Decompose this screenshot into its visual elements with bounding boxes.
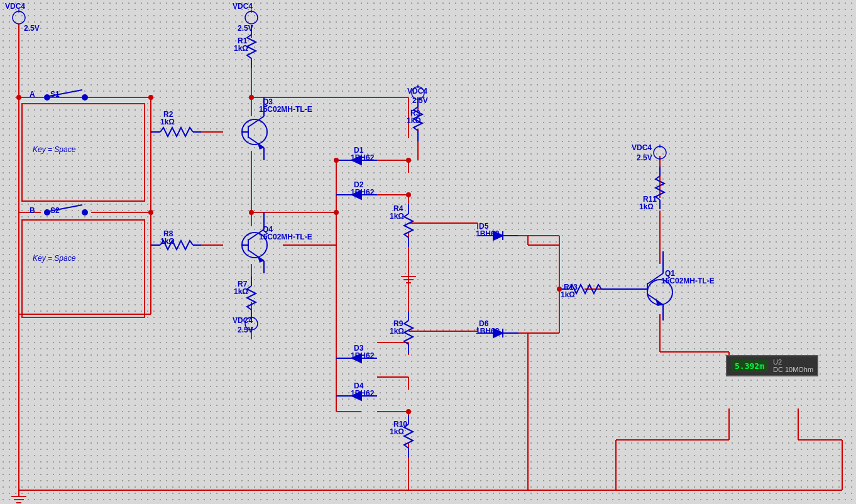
svg-point-176: [249, 210, 254, 215]
vdc4-label-3: VDC4: [407, 87, 427, 96]
r13-value: 1kΩ: [561, 290, 575, 299]
q3-type: 15C02MH-TL-E: [259, 105, 312, 114]
d4-type: 1BH62: [351, 389, 374, 398]
s1-label: S1: [50, 90, 60, 99]
r2-value: 1kΩ: [160, 118, 175, 126]
svg-point-172: [16, 95, 21, 100]
svg-point-175: [249, 95, 254, 100]
svg-point-159: [45, 210, 50, 215]
r1-value: 1kΩ: [234, 44, 248, 53]
d2-type: 1BH62: [351, 188, 374, 197]
vdc4-label-4: VDC4: [632, 143, 652, 152]
q4-type: 15C02MH-TL-E: [259, 233, 312, 241]
meter-id: U2: [773, 358, 813, 366]
svg-point-179: [334, 158, 339, 163]
vdc4-voltage-3: 2.5V: [412, 96, 428, 105]
s2-node-label: B: [30, 206, 35, 215]
r8-value: 1kΩ: [160, 237, 175, 246]
vdc4-voltage-4: 2.5V: [637, 153, 652, 162]
d6-type: 1BH62: [476, 327, 499, 336]
r3-value: 1kΩ: [407, 116, 421, 125]
svg-point-178: [406, 192, 411, 197]
vdc4-label-2: VDC4: [233, 2, 253, 11]
svg-point-164: [245, 11, 258, 24]
vdc4-label-5: VDC4: [233, 316, 253, 325]
svg-point-162: [13, 11, 25, 24]
r7-value: 1kΩ: [234, 287, 248, 296]
s1-node-label: A: [30, 90, 35, 99]
s2-label: S2: [50, 206, 60, 215]
vdc4-voltage-1: 2.5V: [24, 24, 40, 33]
vdc4-label-1: VDC4: [5, 2, 25, 11]
s2-key-label: Key = Space: [33, 254, 75, 263]
r11-value: 1kΩ: [639, 202, 654, 211]
svg-point-181: [406, 409, 411, 414]
s1-key-label: Key = Space: [33, 145, 75, 154]
svg-rect-7: [22, 220, 145, 317]
r9-value: 1kΩ: [390, 327, 404, 336]
svg-point-174: [148, 210, 153, 215]
svg-point-157: [82, 95, 87, 100]
vdc4-voltage-2: 2.5V: [238, 24, 253, 33]
svg-point-156: [45, 95, 50, 100]
meter-u2: 5.392m U2 DC 10MOhm: [726, 355, 818, 376]
schematic-svg: [0, 0, 856, 504]
d5-type: 1BH62: [476, 229, 499, 238]
meter-type: DC 10MOhm: [773, 366, 813, 373]
r4-value: 1kΩ: [390, 212, 404, 221]
d3-type: 1BH62: [351, 351, 374, 360]
d1-type: 1BH62: [351, 153, 374, 162]
meter-value: 5.392m: [731, 360, 768, 372]
svg-point-160: [82, 210, 87, 215]
svg-point-173: [148, 95, 153, 100]
q1-type: 15C02MH-TL-E: [661, 277, 715, 285]
vdc4-voltage-5: 2.5V: [238, 326, 253, 334]
svg-point-177: [406, 158, 411, 163]
r10-value: 1kΩ: [390, 427, 404, 436]
svg-point-180: [334, 210, 339, 215]
